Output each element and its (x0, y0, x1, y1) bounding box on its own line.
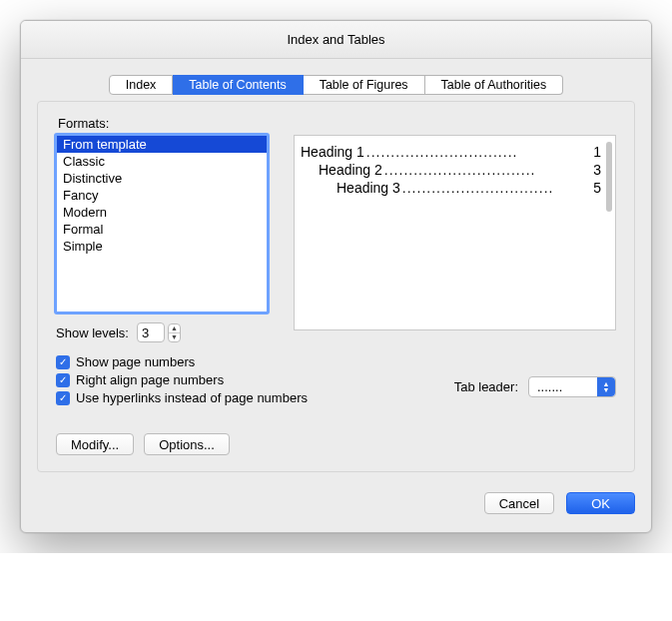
preview-line: Heading 3 ..............................… (301, 180, 611, 196)
preview-line: Heading 1 ..............................… (301, 144, 611, 160)
tab-leader-value: ....... (537, 379, 562, 394)
tab-bar: Index Table of Contents Table of Figures… (37, 75, 635, 95)
list-item[interactable]: Fancy (57, 187, 267, 204)
tab-table-of-contents[interactable]: Table of Contents (173, 75, 303, 95)
tab-table-of-authorities[interactable]: Table of Authorities (425, 75, 564, 95)
list-item[interactable]: Classic (57, 153, 267, 170)
modify-button[interactable]: Modify... (56, 433, 134, 455)
stepper-up-icon[interactable]: ▲ (169, 324, 180, 333)
index-and-tables-dialog: Index and Tables Index Table of Contents… (20, 20, 652, 533)
list-item[interactable]: Simple (57, 238, 267, 255)
list-item[interactable]: Distinctive (57, 170, 267, 187)
tab-index[interactable]: Index (109, 75, 174, 95)
toc-preview: Heading 1 ..............................… (294, 135, 616, 330)
tab-table-of-figures[interactable]: Table of Figures (304, 75, 425, 95)
right-align-checkbox[interactable]: ✓ (56, 373, 70, 387)
show-page-numbers-label: Show page numbers (76, 354, 195, 369)
show-levels-stepper[interactable]: ▲ ▼ (137, 322, 181, 342)
formats-label: Formats: (58, 116, 616, 131)
list-item[interactable]: From template (57, 136, 267, 153)
cancel-button[interactable]: Cancel (484, 492, 554, 514)
preview-scrollbar[interactable] (606, 142, 612, 212)
list-item[interactable]: Formal (57, 221, 267, 238)
select-arrows-icon: ▲▼ (597, 377, 615, 396)
stepper-down-icon[interactable]: ▼ (169, 333, 180, 341)
show-levels-label: Show levels: (56, 325, 129, 340)
right-align-label: Right align page numbers (76, 372, 224, 387)
preview-line: Heading 2 ..............................… (301, 162, 611, 178)
tab-leader-select[interactable]: ....... ▲▼ (528, 376, 616, 397)
dialog-title: Index and Tables (21, 21, 651, 59)
options-button[interactable]: Options... (144, 433, 230, 455)
use-hyperlinks-label: Use hyperlinks instead of page numbers (76, 390, 308, 405)
show-levels-input[interactable] (137, 322, 165, 342)
list-item[interactable]: Modern (57, 204, 267, 221)
toc-panel: Formats: From template Classic Distincti… (37, 101, 635, 472)
ok-button[interactable]: OK (566, 492, 635, 514)
formats-listbox[interactable]: From template Classic Distinctive Fancy … (56, 135, 268, 312)
use-hyperlinks-checkbox[interactable]: ✓ (56, 391, 70, 405)
tab-leader-label: Tab leader: (454, 379, 518, 394)
show-page-numbers-checkbox[interactable]: ✓ (56, 355, 70, 369)
